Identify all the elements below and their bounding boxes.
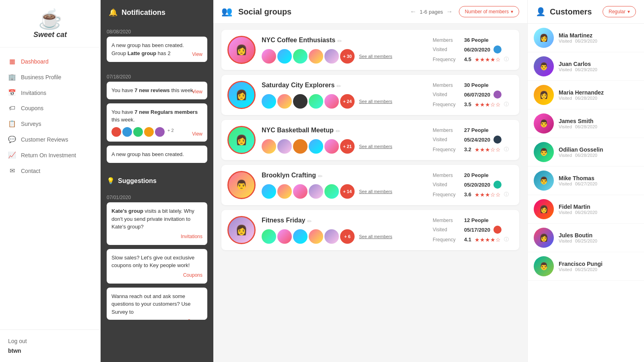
info-icon-1[interactable]: ⓘ [504, 56, 509, 63]
edit-icon-2[interactable]: ✏ [336, 83, 341, 89]
notif-text: A new group has been created.Group Latte… [111, 42, 184, 56]
sidebar-item-dashboard[interactable]: ▦ Dashboard [0, 53, 100, 69]
visitor-avatar-4 [493, 181, 502, 189]
see-all-link-5[interactable]: See all members [359, 234, 392, 239]
group-card-5: 👩 Fitness Friday ✏ + 6 See all members [221, 210, 519, 250]
customer-info-7: Fidel Martin Visited 06/26/2020 [559, 204, 597, 215]
member-bubble [277, 139, 292, 154]
more-members-badge-5: + 6 [340, 229, 355, 244]
sidebar-item-customer-reviews[interactable]: 💬 Customer Reviews [0, 132, 100, 147]
mini-avatar-1 [111, 127, 121, 137]
group-right-4: Members 20 People Visited 05/20/2020 Fre… [433, 172, 513, 198]
notif-text-3: You have 7 new Regulars members this wee… [111, 109, 198, 123]
edit-icon-3[interactable]: ✏ [336, 128, 341, 134]
group-stat-visited-2: Visited 06/07/2020 [433, 90, 513, 99]
see-all-link-2[interactable]: See all members [359, 99, 392, 104]
customer-avatar-6: 👨 [534, 171, 554, 191]
notif-date-2: 07/18/2020 [101, 70, 213, 82]
info-icon-5[interactable]: ⓘ [504, 236, 509, 243]
customer-name-5: Odilian Gosselin [559, 146, 603, 153]
customer-info-3: Maria Hernandez Visited 06/28/2020 [559, 89, 604, 101]
customer-item-1[interactable]: 👩 Mia Martinez Visited 06/29/2020 [528, 24, 644, 52]
info-icon-3[interactable]: ⓘ [504, 146, 509, 153]
member-bubble [262, 94, 276, 109]
building-icon: 🏢 [8, 73, 16, 81]
group-stat-visited-1: Visited 06/20/2020 [433, 45, 513, 53]
customers-panel: 👤 Customers Regular ▾ 👩 Mia Martinez Vis… [527, 0, 644, 362]
group-right-1: Members 36 People Visited 06/20/2020 Fre… [433, 37, 513, 63]
see-all-link-3[interactable]: See all members [359, 144, 392, 149]
survey-link[interactable]: Survey [111, 318, 202, 320]
suggestion-card-2: Slow sales? Let's give out exclusive cou… [107, 249, 207, 284]
see-all-link-1[interactable]: See all members [359, 54, 392, 59]
view-link-3[interactable]: View [192, 130, 202, 138]
group-left-3: NYC Basketball Meetup ✏ + 21 See all mem… [262, 127, 427, 154]
bell-icon: 🔔 [109, 8, 118, 17]
view-link-1[interactable]: View [192, 51, 202, 58]
group-right-3: Members 27 People Visited 05/24/2020 Fre… [433, 127, 513, 153]
notif-section-2: You have 7 new reviews this week. View Y… [101, 82, 213, 171]
survey-icon: 📋 [8, 120, 16, 128]
sidebar-item-business-profile[interactable]: 🏢 Business Profile [0, 69, 100, 85]
info-icon-2[interactable]: ⓘ [504, 101, 509, 108]
customer-name-6: Mike Thomas [559, 175, 597, 181]
customer-info-5: Odilian Gosselin Visited 06/28/2020 [559, 146, 603, 158]
customer-avatar-4: 👨 [534, 113, 554, 134]
prev-page-button[interactable]: ← [410, 8, 417, 15]
customer-visited-8: Visited 06/25/2020 [559, 239, 597, 243]
group-members-row-1: + 30 See all members [262, 49, 427, 64]
customer-avatar-8: 👩 [534, 228, 554, 248]
member-bubble [324, 94, 339, 109]
next-page-button[interactable]: → [446, 8, 453, 15]
edit-icon-4[interactable]: ✏ [318, 173, 323, 179]
sidebar-item-contact[interactable]: ✉ Contact [0, 163, 100, 179]
sidebar-item-label: Invitations [21, 90, 46, 96]
sidebar-item-surveys[interactable]: 📋 Surveys [0, 116, 100, 132]
logo-area: ☕ Sweet cat [0, 0, 100, 47]
regular-filter-button[interactable]: Regular ▾ [603, 6, 636, 17]
group-avatar-4: 👨 [227, 171, 256, 199]
customer-info-2: Juan Carlos Visited 06/29/2020 [559, 61, 597, 72]
coupons-link[interactable]: Coupons [111, 272, 202, 279]
customer-item-7[interactable]: 👩 Fidel Martin Visited 06/26/2020 [528, 195, 644, 224]
customer-item-3[interactable]: 👩 Maria Hernandez Visited 06/28/2020 [528, 81, 644, 109]
info-icon-4[interactable]: ⓘ [504, 191, 509, 198]
group-card-4: 👨 Brooklyn Crafting ✏ + 14 See all membe… [221, 165, 519, 205]
group-stat-members-1: Members 36 People [433, 37, 513, 43]
customer-item-8[interactable]: 👩 Jules Boutin Visited 06/25/2020 [528, 224, 644, 252]
notifications-header: 🔔 Notifications [101, 0, 213, 25]
member-bubble [309, 94, 323, 109]
member-bubble [324, 229, 339, 244]
member-bubble [324, 49, 339, 64]
visited-label: Visited [559, 39, 572, 43]
sidebar-item-coupons[interactable]: 🏷 Coupons [0, 101, 100, 116]
customer-avatar-7: 👩 [534, 199, 554, 219]
customer-item-9[interactable]: 👨 Francisco Pungi Visited 06/25/2020 [528, 252, 644, 281]
logout-button[interactable]: Log out [8, 338, 92, 344]
group-left-1: NYC Coffee Enthusiasts ✏ + 30 See all me… [262, 37, 427, 64]
member-bubble [309, 184, 323, 199]
group-stat-members-4: Members 20 People [433, 172, 513, 178]
view-link-2[interactable]: View [192, 88, 202, 95]
sidebar-item-roi[interactable]: 📈 Return On Investment [0, 147, 100, 163]
edit-icon-1[interactable]: ✏ [337, 38, 342, 44]
customer-item-2[interactable]: 👨 Juan Carlos Visited 06/29/2020 [528, 52, 644, 81]
group-avatar-1: 👩 [227, 36, 256, 64]
edit-icon-5[interactable]: ✏ [307, 218, 312, 224]
customer-item-4[interactable]: 👨 James Smith Visited 06/28/2020 [528, 109, 644, 138]
group-name-2: Saturday City Explorers [262, 82, 334, 89]
notif-text-4: A new group has been created. [111, 151, 184, 157]
group-name-1: NYC Coffee Enthusiasts [262, 37, 335, 44]
filter-button[interactable]: Number of members ▾ [459, 6, 519, 17]
customer-item-6[interactable]: 👨 Mike Thomas Visited 06/27/2020 [528, 167, 644, 195]
dashboard-icon: ▦ [8, 58, 16, 65]
see-all-link-4[interactable]: See all members [359, 189, 392, 194]
group-card-1: 👩 NYC Coffee Enthusiasts ✏ + 30 See all … [221, 30, 519, 70]
customer-item-5[interactable]: 👨 Odilian Gosselin Visited 06/28/2020 [528, 138, 644, 167]
invitations-link[interactable]: Invitations [111, 233, 202, 240]
customer-info-9: Francisco Pungi Visited 06/25/2020 [559, 261, 603, 272]
lightbulb-icon: 💡 [107, 177, 115, 185]
group-name-4: Brooklyn Crafting [262, 172, 316, 179]
sidebar-item-invitations[interactable]: 📅 Invitations [0, 85, 100, 101]
mini-avatar-3 [133, 127, 143, 137]
